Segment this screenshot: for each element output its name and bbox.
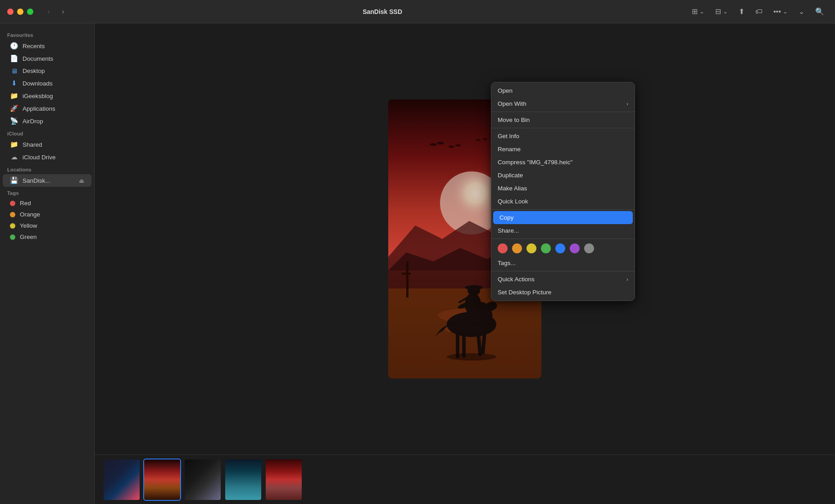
sidebar-item-sandisk[interactable]: 💾 SanDisk... ⏏ [3,174,91,187]
sidebar-item-igeeksblog[interactable]: 📁 iGeeksblog [3,90,91,102]
color-tag-orange[interactable] [512,243,522,253]
color-tag-gray[interactable] [584,243,594,253]
eject-button[interactable]: ⏏ [79,177,84,184]
menu-item-share[interactable]: Share... [491,224,635,237]
thumbnail-4[interactable] [225,459,261,500]
color-tag-purple[interactable] [570,243,580,253]
thumbnail-3[interactable] [185,459,221,500]
desktop-label: Desktop [23,68,45,74]
context-menu: Open Open With › Move to Bin Get Info Re… [491,82,635,301]
divider-1 [491,112,635,112]
tag-button[interactable]: 🏷 [752,6,766,18]
copy-label: Copy [499,214,514,221]
view-options-button[interactable]: ⊞ ⌄ [688,5,708,18]
main-content: Favourites 🕐 Recents 📄 Documents 🖥 Deskt… [0,23,835,504]
tag-icon: 🏷 [755,8,762,16]
more-button[interactable]: ••• ⌄ [770,6,791,18]
toolbar-right: ⊞ ⌄ ⊟ ⌄ ⬆ 🏷 ••• ⌄ ⌄ 🔍 [688,5,828,18]
sidebar-item-downloads[interactable]: ⬇ Downloads [3,77,91,90]
move-to-bin-label: Move to Bin [498,117,530,123]
tags-header: Tags [0,187,94,198]
recents-icon: 🕐 [10,42,18,50]
group-button[interactable]: ⊟ ⌄ [712,5,731,18]
shared-label: Shared [23,141,42,148]
quick-look-label: Quick Look [498,198,528,205]
menu-item-duplicate[interactable]: Duplicate [491,169,635,182]
thumbnail-2[interactable] [144,459,180,500]
menu-item-quick-actions[interactable]: Quick Actions › [491,273,635,286]
nav-buttons: ‹ › [42,5,69,18]
color-tag-red[interactable] [498,243,508,253]
duplicate-label: Duplicate [498,172,523,179]
sidebar-item-yellow-tag[interactable]: Yellow [3,220,91,231]
menu-item-get-info[interactable]: Get Info [491,130,635,143]
traffic-lights [7,9,33,15]
maximize-button[interactable] [27,9,33,15]
quick-actions-chevron-icon: › [626,276,628,283]
close-button[interactable] [7,9,14,15]
shared-icon: 📁 [10,140,18,148]
image-preview-area: Open Open With › Move to Bin Get Info Re… [95,23,835,454]
window-title: SanDisk SSD [77,8,688,15]
sidebar-item-green-tag[interactable]: Green [3,231,91,243]
tags-label: Tags... [498,260,516,266]
share-icon: ⬆ [739,7,744,16]
share-button[interactable]: ⬆ [735,5,748,18]
menu-item-rename[interactable]: Rename [491,143,635,156]
orange-tag-dot [10,212,15,217]
minimize-button[interactable] [17,9,23,15]
color-tag-yellow[interactable] [526,243,536,253]
rename-label: Rename [498,146,521,153]
sandisk-icon: 💾 [10,176,18,184]
icloud-header: iCloud [0,127,94,138]
more-icon: ••• [773,8,781,16]
menu-item-copy[interactable]: Copy [493,211,633,224]
thumbnail-5[interactable] [266,459,302,500]
sidebar-item-recents[interactable]: 🕐 Recents [3,40,91,52]
back-button[interactable]: ‹ [42,5,55,18]
get-info-label: Get Info [498,133,519,140]
view-chevron-icon: ⌄ [699,8,704,15]
menu-item-quick-look[interactable]: Quick Look [491,195,635,208]
color-tag-blue[interactable] [555,243,565,253]
green-tag-dot [10,234,15,240]
recents-label: Recents [23,43,45,50]
set-desktop-label: Set Desktop Picture [498,289,551,296]
desktop-icon: 🖥 [10,67,18,75]
more-chevron-icon: ⌄ [783,8,788,15]
yellow-tag-dot [10,223,15,229]
menu-item-make-alias[interactable]: Make Alias [491,182,635,195]
applications-label: Applications [23,105,55,112]
sidebar-item-applications[interactable]: 🚀 Applications [3,102,91,115]
chevron-button[interactable]: ⌄ [795,5,808,18]
color-tag-green[interactable] [541,243,551,253]
group-chevron-icon: ⌄ [723,8,728,15]
sidebar-item-orange-tag[interactable]: Orange [3,209,91,220]
sidebar-item-icloud-drive[interactable]: ☁ iCloud Drive [3,151,91,163]
forward-button[interactable]: › [57,5,69,18]
open-with-label: Open With [498,100,526,107]
open-with-chevron-icon: › [626,101,628,107]
airdrop-icon: 📡 [10,117,18,125]
sidebar: Favourites 🕐 Recents 📄 Documents 🖥 Deskt… [0,23,95,504]
menu-item-tags[interactable]: Tags... [491,256,635,270]
sidebar-item-desktop[interactable]: 🖥 Desktop [3,65,91,77]
menu-item-open[interactable]: Open [491,84,635,97]
thumbnail-1[interactable] [104,459,140,500]
sidebar-item-airdrop[interactable]: 📡 AirDrop [3,115,91,127]
view-icon: ⊞ [692,7,698,16]
sidebar-item-shared[interactable]: 📁 Shared [3,138,91,151]
titlebar: ‹ › SanDisk SSD ⊞ ⌄ ⊟ ⌄ ⬆ 🏷 ••• ⌄ ⌄ 🔍 [0,0,835,23]
yellow-tag-label: Yellow [20,222,37,229]
locations-header: Locations [0,163,94,174]
sidebar-item-red-tag[interactable]: Red [3,198,91,209]
menu-item-set-desktop[interactable]: Set Desktop Picture [491,286,635,299]
menu-item-move-to-bin[interactable]: Move to Bin [491,113,635,126]
igeeks-label: iGeeksblog [23,93,53,99]
menu-item-compress[interactable]: Compress "IMG_4798.heic" [491,156,635,169]
menu-item-open-with[interactable]: Open With › [491,97,635,110]
icloud-icon: ☁ [10,153,18,161]
search-button[interactable]: 🔍 [812,5,828,18]
thumbnail-strip [95,454,835,504]
sidebar-item-documents[interactable]: 📄 Documents [3,52,91,65]
